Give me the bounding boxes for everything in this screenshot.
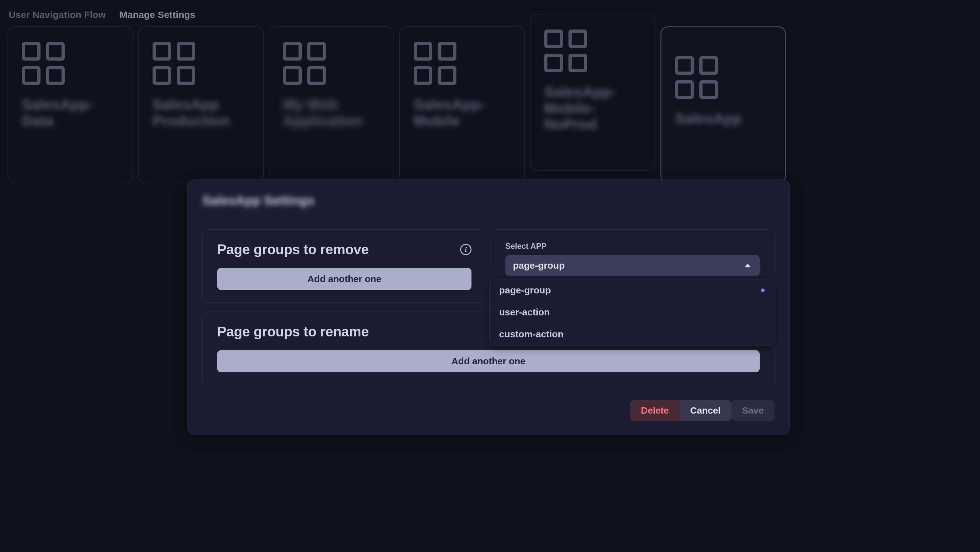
app-card-label: SalesApp	[675, 111, 742, 127]
modal-title: SalesApp Settings	[202, 194, 775, 216]
save-button[interactable]: Save	[732, 400, 775, 421]
app-card[interactable]: SalesApp-Mobile-NoProd	[530, 14, 655, 171]
remove-panel-title: Page groups to remove	[217, 242, 369, 257]
chevron-up-icon	[745, 264, 751, 267]
dropdown-option-page-group[interactable]: page-group	[490, 279, 774, 301]
app-grid-icon	[283, 42, 326, 85]
modal-actions: Delete Cancel Save	[202, 400, 775, 421]
add-remove-group-button[interactable]: Add another one	[217, 268, 471, 290]
info-icon[interactable]	[460, 244, 471, 255]
breadcrumb-item-settings[interactable]: Manage Settings	[119, 10, 195, 20]
app-grid-icon	[675, 56, 718, 99]
app-grid-icon	[544, 30, 587, 72]
breadcrumb: User Navigation Flow Manage Settings	[0, 0, 980, 26]
app-card-row: SalesApp-Data SalesApp Production My Web…	[0, 26, 980, 183]
app-card[interactable]: SalesApp Production	[138, 26, 264, 183]
select-app-value: page-group	[513, 260, 565, 271]
remove-panel: Page groups to remove Add another one	[202, 229, 486, 303]
app-card[interactable]: SalesApp-Data	[8, 26, 133, 183]
breadcrumb-item-flow[interactable]: User Navigation Flow	[9, 10, 106, 20]
selected-indicator-icon	[761, 288, 765, 292]
app-card-label: SalesApp-Mobile	[414, 97, 511, 129]
dropdown-option-user-action[interactable]: user-action	[490, 301, 774, 323]
dropdown-option-custom-action[interactable]: custom-action	[490, 323, 774, 345]
app-card-label: SalesApp-Mobile-NoProd	[544, 84, 641, 133]
app-card-label: SalesApp-Data	[22, 97, 119, 129]
app-card-label: SalesApp Production	[153, 97, 249, 129]
app-card[interactable]: SalesApp-Mobile	[399, 26, 525, 183]
cancel-button[interactable]: Cancel	[679, 400, 732, 421]
select-app-label: Select APP	[505, 242, 760, 251]
select-app-dropdown: page-group user-action custom-action	[489, 279, 775, 345]
add-rename-group-button[interactable]: Add another one	[217, 350, 760, 372]
app-card-label: My Web Application	[283, 97, 380, 129]
app-grid-icon	[153, 42, 195, 85]
select-app-trigger[interactable]: page-group	[505, 255, 760, 276]
dropdown-option-label: page-group	[499, 285, 551, 296]
settings-modal: SalesApp Settings Page groups to remove …	[187, 180, 790, 435]
app-card-selected[interactable]: SalesApp	[660, 26, 786, 183]
dropdown-option-label: custom-action	[499, 329, 563, 340]
app-grid-icon	[22, 42, 65, 85]
dropdown-option-label: user-action	[499, 307, 550, 318]
app-card[interactable]: My Web Application	[269, 26, 394, 183]
delete-button[interactable]: Delete	[630, 400, 679, 421]
app-grid-icon	[414, 42, 457, 85]
